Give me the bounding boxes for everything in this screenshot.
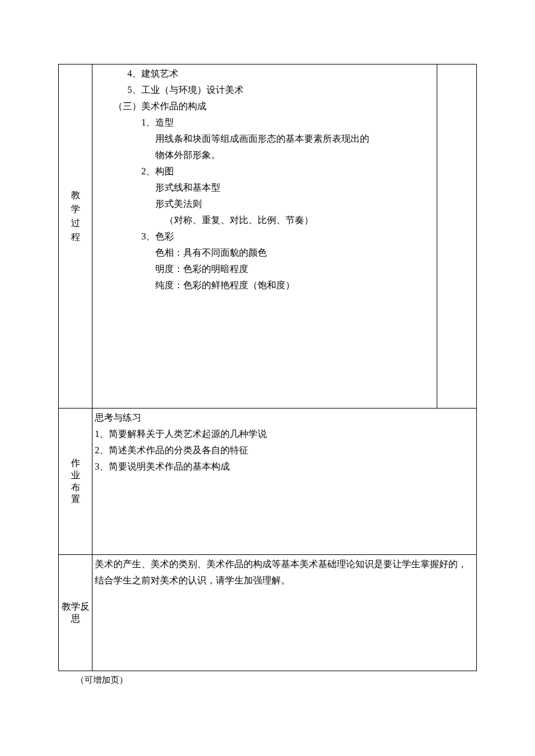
label-teaching-reflection: 教学反 思 (59, 555, 92, 671)
label-homework-char3: 布 (71, 482, 80, 494)
label-reflect-line1: 教学反 (62, 601, 90, 613)
label-process-char2: 学 (71, 202, 80, 216)
process-line: 4、建筑艺术 (95, 66, 434, 82)
reflection-text: 美术的产生、美术的类别、美术作品的构成等基本美术基础理论知识是要让学生掌握好的，… (95, 556, 474, 589)
process-line: （三）美术作品的构成 (95, 98, 434, 114)
label-homework-char4: 置 (71, 493, 80, 506)
process-line: 形式线和基本型 (95, 180, 434, 196)
process-line: 纯度：色彩的鲜艳程度（饱和度） (95, 277, 434, 293)
homework-item: 3、简要说明美术作品的基本构成 (95, 458, 474, 475)
cell-teaching-process-content: 4、建筑艺术 5、工业（与环境）设计美术 （三）美术作品的构成 1、造型 用线条… (92, 65, 437, 409)
homework-item: 1、简要解释关于人类艺术起源的几种学说 (95, 426, 474, 442)
label-process-char3: 过 (71, 216, 80, 230)
cell-teaching-reflection-content: 美术的产生、美术的类别、美术作品的构成等基本美术基础理论知识是要让学生掌握好的，… (92, 555, 477, 671)
process-line: 2、构图 (95, 163, 434, 180)
label-homework-char1: 作 (71, 457, 80, 470)
label-process-char4: 程 (71, 230, 80, 244)
process-line: 形式美法则 (95, 196, 434, 212)
process-line: 明度：色彩的明暗程度 (95, 261, 434, 277)
label-homework: 作 业 布 置 (59, 409, 92, 555)
cell-homework-content: 思考与练习 1、简要解释关于人类艺术起源的几种学说 2、简述美术作品的分类及各自… (92, 409, 477, 555)
process-line: 1、造型 (95, 114, 434, 131)
homework-title: 思考与练习 (95, 410, 474, 426)
label-homework-char2: 业 (71, 470, 80, 482)
process-line: 色相：具有不同面貌的颜色 (95, 245, 434, 261)
homework-item: 2、简述美术作品的分类及各自的特征 (95, 442, 474, 458)
lesson-plan-table: 教 学 过 程 4、建筑艺术 5、工业（与环境）设计美术 （三）美术作品的构成 … (58, 64, 477, 671)
label-process-char1: 教 (71, 188, 80, 202)
cell-teaching-process-notes (437, 65, 477, 409)
process-line: （对称、重复、对比、比例、节奏） (95, 212, 434, 228)
label-reflect-line2: 思 (71, 613, 80, 625)
process-line: 3、色彩 (95, 228, 434, 245)
label-teaching-process: 教 学 过 程 (59, 65, 92, 409)
process-line: 5、工业（与环境）设计美术 (95, 82, 434, 98)
process-line: 物体外部形象。 (95, 147, 434, 163)
process-line: 用线条和块面等组成画面形态的基本要素所表现出的 (95, 131, 434, 147)
footnote-add-page: （可增加页） (58, 671, 477, 686)
